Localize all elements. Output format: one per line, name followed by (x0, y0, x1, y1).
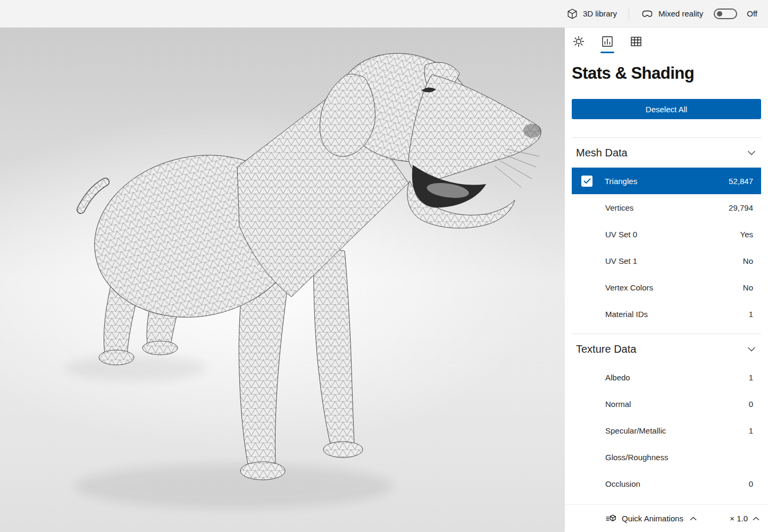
stats-icon (601, 35, 614, 48)
3d-viewport[interactable] (0, 28, 565, 532)
toggle-knob (717, 11, 722, 16)
triangles-checkbox[interactable] (581, 176, 592, 187)
texture-data-header[interactable]: Texture Data (572, 334, 761, 364)
checkmark-icon (583, 178, 591, 184)
row-value: 0 (749, 479, 753, 488)
mixed-reality-toggle[interactable] (714, 9, 737, 19)
texture-row-albedo[interactable]: Albedo 1 (572, 364, 761, 390)
chevron-up-icon (690, 517, 697, 521)
topbar-divider (629, 7, 629, 20)
row-value: 52,847 (729, 177, 753, 186)
brightness-icon (572, 35, 585, 48)
row-label: UV Set 0 (605, 230, 637, 239)
3d-library-button[interactable]: 3D library (566, 8, 617, 20)
chevron-down-icon (747, 347, 756, 352)
texture-row-normal[interactable]: Normal 0 (572, 390, 761, 417)
quick-animations-button[interactable]: Quick Animations (605, 513, 683, 525)
deselect-all-button[interactable]: Deselect All (572, 99, 761, 119)
panel-tabs (572, 35, 761, 53)
mixed-reality-button[interactable]: Mixed reality (641, 7, 703, 20)
mixed-reality-label: Mixed reality (658, 9, 703, 18)
mesh-row-vertices[interactable]: Vertices 29,794 (572, 194, 761, 221)
mesh-data-label: Mesh Data (576, 147, 628, 159)
bottom-bar: Quick Animations × 1.0 (565, 504, 768, 532)
tab-shading[interactable] (572, 35, 586, 53)
chevron-up-icon (753, 517, 759, 521)
mesh-row-vertex-colors[interactable]: Vertex Colors No (572, 274, 761, 301)
mesh-row-material-ids[interactable]: Material IDs 1 (572, 301, 761, 327)
row-label: Gloss/Roughness (605, 453, 668, 462)
stats-panel: Stats & Shading Deselect All Mesh Data T… (565, 28, 768, 504)
row-label: Vertex Colors (605, 283, 653, 292)
row-label: Vertices (605, 203, 633, 212)
texture-row-occlusion[interactable]: Occlusion 0 (572, 470, 761, 497)
quick-animations-expand[interactable] (690, 517, 697, 521)
row-value: 1 (749, 310, 753, 319)
mixed-reality-icon (641, 7, 654, 20)
row-label: Occlusion (605, 479, 640, 488)
row-value: 29,794 (729, 203, 753, 212)
row-label: Normal (605, 400, 631, 409)
tab-underline (572, 52, 586, 53)
dog-nose (523, 124, 541, 138)
quick-animations-icon (605, 513, 617, 525)
dog-wireframe-model[interactable] (0, 28, 565, 532)
top-bar: 3D library Mixed reality Off (0, 0, 768, 28)
tab-underline-active (600, 52, 614, 53)
row-value: 1 (749, 426, 753, 435)
tab-underline (629, 52, 643, 53)
mesh-row-triangles[interactable]: Triangles 52,847 (572, 168, 761, 194)
row-label: Albedo (605, 373, 630, 382)
row-label: UV Set 1 (605, 256, 637, 265)
3d-library-label: 3D library (583, 9, 617, 18)
row-value: 1 (749, 373, 753, 382)
cube-icon (566, 8, 578, 20)
quick-animations-label: Quick Animations (622, 514, 683, 523)
grid-icon (630, 35, 642, 48)
tab-stats[interactable] (600, 35, 614, 53)
row-label: Triangles (605, 177, 637, 186)
row-label: Material IDs (605, 310, 648, 319)
row-value: No (743, 256, 753, 265)
mesh-row-uv-set-1[interactable]: UV Set 1 No (572, 247, 761, 274)
mesh-data-header[interactable]: Mesh Data (572, 138, 761, 168)
playback-speed-button[interactable]: × 1.0 (730, 514, 759, 523)
row-value: Yes (740, 230, 753, 239)
texture-row-gloss-roughness[interactable]: Gloss/Roughness (572, 444, 761, 470)
texture-data-label: Texture Data (576, 343, 636, 355)
row-label: Specular/Metallic (605, 426, 666, 435)
row-value: 0 (749, 400, 753, 409)
mesh-row-uv-set-0[interactable]: UV Set 0 Yes (572, 221, 761, 247)
ground-shadow (74, 464, 394, 509)
playback-speed-label: × 1.0 (730, 514, 748, 523)
row-value: No (743, 283, 753, 292)
texture-row-specular-metallic[interactable]: Specular/Metallic 1 (572, 417, 761, 444)
dog-body-group (79, 39, 541, 480)
page-title: Stats & Shading (572, 64, 761, 83)
tab-grid[interactable] (629, 35, 643, 53)
toggle-state-label: Off (747, 9, 757, 18)
chevron-down-icon (747, 151, 756, 155)
